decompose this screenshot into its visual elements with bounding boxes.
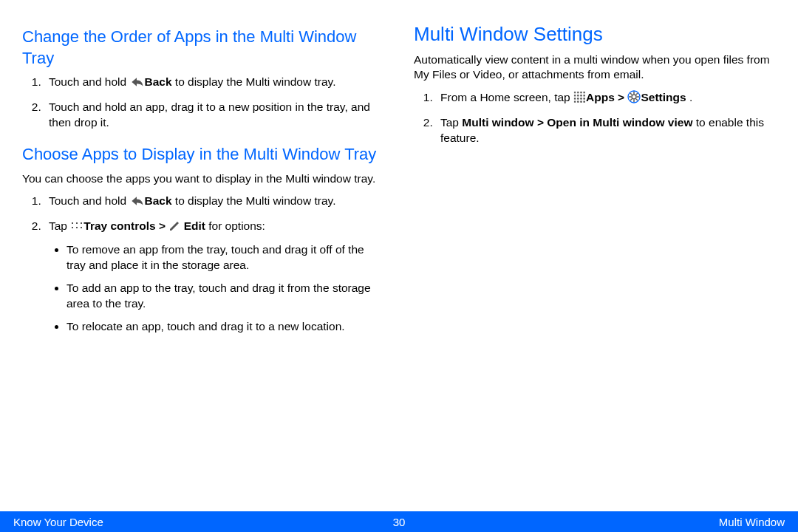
svg-line-6 bbox=[630, 93, 632, 95]
step: Touch and hold an app, drag it to a new … bbox=[44, 100, 384, 131]
svg-line-7 bbox=[636, 99, 638, 100]
steps-change-order: Touch and hold Back to display the Multi… bbox=[22, 75, 384, 131]
bullet: To remove an app from the tray, touch an… bbox=[66, 242, 384, 273]
label-tray-controls: Tray controls > bbox=[83, 219, 168, 232]
text: Tap bbox=[49, 219, 70, 232]
right-column: Multi Window Settings Automatically view… bbox=[414, 22, 776, 510]
svg-line-9 bbox=[636, 93, 638, 95]
text: Tap bbox=[440, 116, 462, 129]
label-edit: Edit bbox=[180, 219, 205, 232]
intro-text: You can choose the apps you want to disp… bbox=[22, 171, 384, 187]
edit-icon bbox=[168, 220, 180, 236]
back-icon bbox=[129, 76, 144, 92]
back-icon bbox=[129, 195, 144, 211]
text: From a Home screen, tap bbox=[440, 91, 573, 103]
step: Tap Multi window > Open in Multi window … bbox=[436, 115, 776, 146]
svg-point-1 bbox=[632, 95, 636, 99]
svg-line-8 bbox=[630, 99, 632, 100]
step: From a Home screen, tap Apps > Settings … bbox=[436, 90, 776, 108]
label-settings: Settings bbox=[641, 91, 686, 103]
left-column: Change the Order of Apps in the Multi Wi… bbox=[22, 22, 384, 510]
apps-icon bbox=[573, 91, 586, 103]
footer-left: Know Your Device bbox=[13, 516, 103, 528]
text: for options: bbox=[205, 219, 265, 232]
heading-change-order: Change the Order of Apps in the Multi Wi… bbox=[22, 27, 384, 69]
bullet: To relocate an app, touch and drag it to… bbox=[66, 319, 384, 335]
text: to display the Multi window tray. bbox=[172, 194, 336, 207]
label-back: Back bbox=[144, 75, 171, 88]
label-apps: Apps > bbox=[586, 91, 627, 103]
bullet: To add an app to the tray, touch and dra… bbox=[66, 281, 384, 312]
text: Touch and hold bbox=[49, 75, 129, 88]
page-number: 30 bbox=[393, 516, 406, 528]
heading-choose-apps: Choose Apps to Display in the Multi Wind… bbox=[22, 144, 384, 166]
step: Tap Tray controls > Edit for options: To… bbox=[44, 219, 384, 335]
steps-settings: From a Home screen, tap Apps > Settings … bbox=[414, 90, 776, 146]
footer-bar: Know Your Device 30 Multi Window bbox=[0, 511, 798, 532]
text: Touch and hold bbox=[49, 194, 129, 207]
step: Touch and hold Back to display the Multi… bbox=[44, 75, 384, 92]
tray-controls-icon bbox=[70, 221, 83, 231]
settings-icon bbox=[627, 90, 641, 108]
label-multiwindow: Multi window > Open in Multi window view bbox=[462, 116, 692, 129]
label-back: Back bbox=[144, 194, 171, 207]
sub-bullets: To remove an app from the tray, touch an… bbox=[49, 242, 384, 335]
heading-settings: Multi Window Settings bbox=[414, 22, 776, 47]
step: Touch and hold Back to display the Multi… bbox=[44, 194, 384, 211]
footer-right: Multi Window bbox=[719, 516, 785, 528]
steps-choose-apps: Touch and hold Back to display the Multi… bbox=[22, 194, 384, 334]
intro-text: Automatically view content in a multi wi… bbox=[414, 52, 776, 83]
page-content: Change the Order of Apps in the Multi Wi… bbox=[0, 0, 798, 510]
text: to display the Multi window tray. bbox=[172, 75, 336, 88]
text: . bbox=[686, 91, 693, 103]
